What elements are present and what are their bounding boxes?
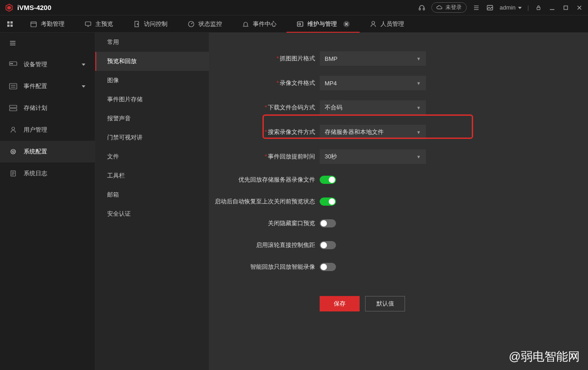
- sub-item-common[interactable]: 常用: [95, 33, 209, 52]
- sub-item-intercom[interactable]: 门禁可视对讲: [95, 128, 209, 147]
- sub-label: 常用: [107, 38, 119, 46]
- sub-item-event-pic[interactable]: 事件图片存储: [95, 90, 209, 109]
- sub-label: 文件: [107, 153, 119, 161]
- select-capture-format[interactable]: BMP ▼: [320, 51, 426, 66]
- row-close-hidden: 关闭隐藏窗口预览: [209, 212, 588, 234]
- tab-personnel[interactable]: 人员管理: [360, 15, 414, 32]
- tab-status[interactable]: 状态监控: [178, 15, 232, 32]
- tab-label: 访问控制: [144, 20, 168, 28]
- label: 录像文件格式: [280, 79, 315, 86]
- toggle-restore-state[interactable]: [320, 197, 336, 206]
- svg-line-25: [191, 23, 193, 24]
- svg-rect-18: [31, 22, 36, 27]
- row-record-format: *录像文件格式 MP4 ▼: [209, 71, 588, 95]
- label: 下载文件合码方式: [268, 104, 315, 111]
- sidebar-item-system-log[interactable]: 系统日志: [0, 163, 95, 184]
- sub-label: 门禁可视对讲: [107, 133, 143, 142]
- svg-rect-17: [10, 25, 13, 27]
- select-download-merge[interactable]: 不合码 ▼: [320, 100, 426, 115]
- toggle-scroll-focus[interactable]: [320, 241, 336, 249]
- svg-marker-42: [82, 85, 85, 88]
- sub-item-preview-playback[interactable]: 预览和回放: [95, 52, 209, 71]
- cloud-status[interactable]: 未登录: [431, 2, 467, 13]
- sub-item-image[interactable]: 图像: [95, 71, 209, 90]
- label: 事件回放提前时间: [268, 153, 315, 160]
- hamburger-button[interactable]: [0, 33, 95, 54]
- picture-icon[interactable]: [486, 4, 494, 12]
- sidebar-label: 存储计划: [24, 104, 47, 112]
- svg-marker-38: [82, 64, 85, 66]
- app-logo-icon: [5, 3, 14, 12]
- tab-label: 人员管理: [380, 20, 404, 28]
- sub-item-toolbar[interactable]: 工具栏: [95, 166, 209, 185]
- cloud-status-text: 未登录: [445, 4, 462, 11]
- alarm-icon: [242, 20, 249, 28]
- sidebar-secondary: 常用 预览和回放 图像 事件图片存储 报警声音 门禁可视对讲 文件 工具栏 邮箱…: [95, 33, 209, 370]
- tab-label: 状态监控: [198, 20, 222, 28]
- headset-icon[interactable]: [418, 4, 426, 12]
- select-value: 不合码: [325, 104, 342, 112]
- svg-point-47: [12, 151, 14, 153]
- tab-preview[interactable]: 主预览: [74, 15, 123, 32]
- toggle-smart-only[interactable]: [320, 263, 336, 271]
- sidebar-item-system-config[interactable]: 系统配置: [0, 141, 95, 163]
- toggle-label: 智能回放只回放智能录像: [250, 263, 315, 270]
- chevron-down-icon: [81, 84, 86, 89]
- cloud-icon: [436, 5, 443, 11]
- sidebar-item-storage[interactable]: 存储计划: [0, 97, 95, 119]
- defaults-button[interactable]: 默认值: [365, 296, 405, 311]
- sub-item-file[interactable]: 文件: [95, 147, 209, 166]
- svg-rect-2: [419, 8, 420, 10]
- sub-label: 报警声音: [107, 114, 131, 123]
- user-dropdown[interactable]: admin: [499, 4, 522, 11]
- row-smart-only: 智能回放只回放智能录像: [209, 256, 588, 278]
- svg-rect-11: [564, 6, 568, 10]
- log-icon: [9, 169, 17, 178]
- svg-rect-15: [10, 21, 13, 24]
- door-icon: [133, 20, 140, 28]
- toggle-label: 关闭隐藏窗口预览: [268, 220, 315, 227]
- person-icon: [370, 20, 377, 28]
- row-pre-play: *事件回放提前时间 30秒 ▼: [209, 144, 588, 169]
- select-value: 30秒: [325, 153, 337, 161]
- select-pre-play[interactable]: 30秒 ▼: [320, 149, 426, 164]
- sidebar-item-user[interactable]: 用户管理: [0, 119, 95, 141]
- label: 抓图图片格式: [280, 55, 315, 62]
- tab-label: 考勤管理: [41, 20, 64, 28]
- tab-maintenance[interactable]: 维护与管理: [287, 15, 360, 32]
- tab-access[interactable]: 访问控制: [123, 15, 178, 32]
- sub-item-security[interactable]: 安全认证: [95, 204, 209, 223]
- tab-attendance[interactable]: 考勤管理: [20, 15, 74, 32]
- sidebar-item-event-config[interactable]: 事件配置: [0, 75, 95, 97]
- list-icon[interactable]: [472, 4, 480, 12]
- sidebar-item-device[interactable]: 设备管理: [0, 54, 95, 75]
- toggle-priority-playback[interactable]: [320, 176, 336, 184]
- btn-label: 默认值: [376, 300, 394, 308]
- user-name: admin: [499, 4, 515, 11]
- select-record-format[interactable]: MP4 ▼: [320, 76, 426, 90]
- svg-rect-27: [297, 22, 303, 26]
- chevron-down-icon: ▼: [416, 105, 421, 110]
- tab-close-icon[interactable]: [343, 21, 350, 27]
- sub-label: 图像: [107, 76, 119, 84]
- svg-point-45: [12, 127, 15, 130]
- user-icon: [9, 126, 17, 134]
- save-button[interactable]: 保存: [320, 296, 360, 311]
- sub-item-alarm-sound[interactable]: 报警声音: [95, 109, 209, 128]
- btn-label: 保存: [334, 300, 346, 308]
- sub-item-mail[interactable]: 邮箱: [95, 185, 209, 204]
- row-search-mode: *搜索录像文件方式 存储服务器和本地文件 ▼: [209, 120, 588, 144]
- svg-point-46: [11, 149, 15, 154]
- sidebar-label: 用户管理: [24, 126, 47, 134]
- toggle-close-hidden[interactable]: [320, 219, 336, 227]
- close-icon[interactable]: [575, 4, 583, 12]
- app-title: iVMS-4200: [17, 4, 51, 11]
- tab-grid[interactable]: [0, 15, 20, 32]
- select-search-mode[interactable]: 存储服务器和本地文件 ▼: [320, 125, 426, 139]
- minimize-icon[interactable]: [548, 4, 556, 12]
- select-value: BMP: [325, 55, 337, 62]
- lock-icon[interactable]: [534, 4, 543, 12]
- tab-events[interactable]: 事件中心: [232, 15, 287, 32]
- maximize-icon[interactable]: [562, 4, 570, 12]
- row-restore-state: 启动后自动恢复至上次关闭前预览状态: [209, 191, 588, 212]
